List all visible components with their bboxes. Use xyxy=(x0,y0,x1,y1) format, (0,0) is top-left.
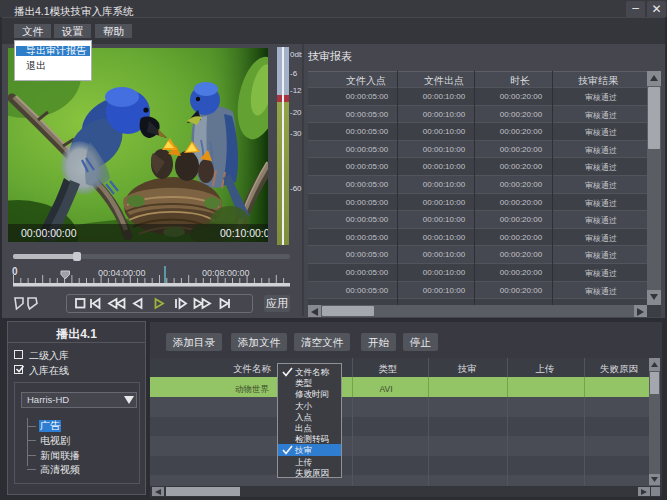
svg-text:00:00:00:00: 00:00:00:00 xyxy=(21,227,77,239)
svg-text:00:10:00:00: 00:10:00:00 xyxy=(220,227,268,239)
